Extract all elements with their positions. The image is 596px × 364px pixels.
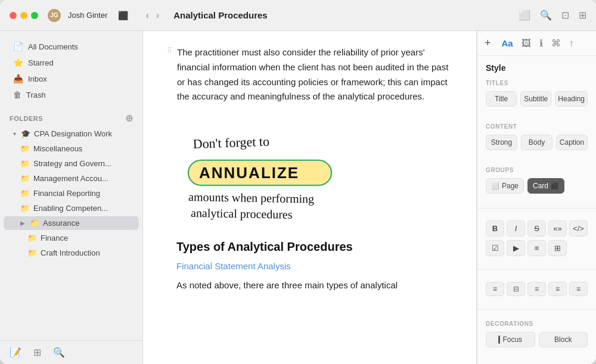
page-button[interactable]: ⬜ Page [486,178,524,194]
link-financial-statement[interactable]: Financial Statement Analysis [176,261,452,271]
folder-icon: 📁 [20,204,30,213]
align-section: ≡ ⊟ ≡ ≡ ≡ [477,275,596,304]
expand-arrow-icon: ▶ [20,220,25,226]
svg-text:Don't forget to: Don't forget to [193,134,269,151]
sidebar-item-enabling[interactable]: 📁 Enabling Competen... [4,201,139,215]
sidebar-item-assurance[interactable]: ▶ 📁 Assurance [4,216,139,230]
titles-row: Title Subtitle Heading [486,91,588,107]
block-label: Block [554,335,572,344]
quote-button[interactable]: «» [548,220,567,237]
heading-button[interactable]: Heading [555,91,588,107]
folder-icon: 📁 [20,159,30,168]
back-button[interactable]: ‹ [143,9,151,22]
subtitle-button[interactable]: Subtitle [520,91,551,107]
sidebar-item-strategy[interactable]: 📁 Strategy and Govern... [4,157,139,170]
format-grid-1: B I S «» </> [486,220,588,237]
folders-section-header: Folders ⊕ [0,108,142,126]
close-button[interactable] [10,12,17,19]
play-button[interactable]: ▶ [507,240,525,256]
strong-button[interactable]: Strong [486,135,517,150]
format-grid-2: ☑ ▶ ≡ ⊞ [486,240,588,256]
sidebar-item-trash[interactable]: 🗑 Trash [4,87,139,102]
sidebar-item-craft-introduction[interactable]: 📁 Craft Introduction [4,246,139,260]
list-button[interactable]: ≡ [527,240,546,256]
content-label: CONTENT [486,123,588,130]
align-indent-button[interactable]: ⊟ [507,282,525,296]
editor[interactable]: ⠿ The practitioner must also consider th… [143,31,477,364]
body-button[interactable]: Body [521,135,552,150]
titlebar: JG Josh Ginter ⬛ ‹ › Analytical Procedur… [0,0,596,31]
title-button[interactable]: Title [486,91,517,107]
user-name: Josh Ginter [68,11,107,20]
app-window: JG Josh Ginter ⬛ ‹ › Analytical Procedur… [0,0,596,364]
copy-icon[interactable]: ⊡ [561,10,569,21]
drag-handle-icon[interactable]: ⠿ [167,45,172,55]
folder-icon: 📁 [27,234,37,242]
forward-button[interactable]: › [154,9,162,22]
final-paragraph: As noted above, there are three main typ… [176,278,452,293]
search-icon[interactable]: 🔍 [53,347,65,358]
sidebar-item-label: Trash [26,91,46,99]
section-heading: Types of Analytical Procedures [176,240,452,254]
bold-button[interactable]: B [486,220,504,237]
panel-info-icon[interactable]: ℹ [539,38,543,49]
panel-toolbar: + Aa 🖼 ℹ ⌘ ↑ [477,31,596,56]
folder-icon: 📁 [20,174,30,183]
maximize-button[interactable] [31,12,38,19]
notes-view-icon[interactable]: 📝 [10,347,21,358]
minimize-button[interactable] [20,12,27,19]
right-panel: + Aa 🖼 ℹ ⌘ ↑ Style TITLES Title Subtitle… [477,31,596,364]
folder-name: Assurance [43,219,79,228]
panel-plus-icon[interactable]: + [485,37,491,49]
sidebar-item-miscellaneous[interactable]: 📁 Miscellaneous [4,142,139,155]
align-justify-button[interactable]: ≡ [569,282,588,296]
focus-label: Focus [502,335,522,344]
code-button[interactable]: </> [569,220,588,237]
svg-text:amounts when performing: amounts when performing [188,190,314,206]
folder-name: CPA Designation Work [34,129,112,138]
folder-icon: 📁 [30,219,39,228]
panel-aa-button[interactable]: Aa [502,38,513,48]
page-icon: ⬜ [491,182,499,190]
folder-icon: 📁 [20,144,30,153]
star-icon: ⭐ [13,58,23,67]
focus-bar [498,335,500,344]
sidebar-item-starred[interactable]: ⭐ Starred [4,55,139,70]
divider-3 [477,309,596,310]
align-left-button[interactable]: ≡ [486,282,504,296]
italic-button[interactable]: I [507,220,525,237]
decorations-label: DECORATIONS [486,321,588,327]
numbered-list-button[interactable]: ⊞ [548,240,567,256]
add-folder-button[interactable]: ⊕ [125,113,134,124]
folders-label: Folders [10,115,43,122]
divider [477,208,596,209]
checkbox-button[interactable]: ☑ [486,240,504,256]
focus-button[interactable]: Focus [486,332,535,347]
page-label: Page [502,182,519,190]
card-button[interactable]: Card ⬛ [527,178,564,194]
align-center-button[interactable]: ≡ [527,282,546,296]
layout-icon[interactable]: ⊞ [579,10,586,21]
panel-command-icon[interactable]: ⌘ [551,38,561,49]
trash-icon: 🗑 [13,90,21,99]
sidebar-item-cpa-designation[interactable]: ▾ 🎓 CPA Designation Work [4,127,139,141]
main-area: 📄 All Documents ⭐ Starred 📥 Inbox 🗑 Tras… [0,31,596,364]
grid-view-icon[interactable]: ⊞ [33,347,41,358]
folder-name: Management Accou... [33,174,108,183]
decorations-section: DECORATIONS Focus Block [477,315,596,354]
panel-export-icon[interactable]: ↑ [569,38,574,49]
caption-button[interactable]: Caption [556,135,588,150]
panel-image-icon[interactable]: 🖼 [522,38,531,49]
align-right-button[interactable]: ≡ [548,282,567,296]
sidebar-item-management[interactable]: 📁 Management Accou... [4,172,139,185]
strikethrough-button[interactable]: S [527,220,546,237]
sidebar-item-all-documents[interactable]: 📄 All Documents [4,39,139,54]
sidebar-item-inbox[interactable]: 📥 Inbox [4,71,139,86]
sidebar-item-finance[interactable]: 📁 Finance [4,231,139,245]
sidebar-toggle-icon[interactable]: ⬛ [117,10,129,21]
smart-folder-icon: 🎓 [21,129,30,138]
share-icon[interactable]: ⬜ [519,10,530,21]
sidebar-item-financial-reporting[interactable]: 📁 Financial Reporting [4,186,139,200]
search-icon[interactable]: 🔍 [540,10,552,21]
block-button[interactable]: Block [539,332,588,347]
